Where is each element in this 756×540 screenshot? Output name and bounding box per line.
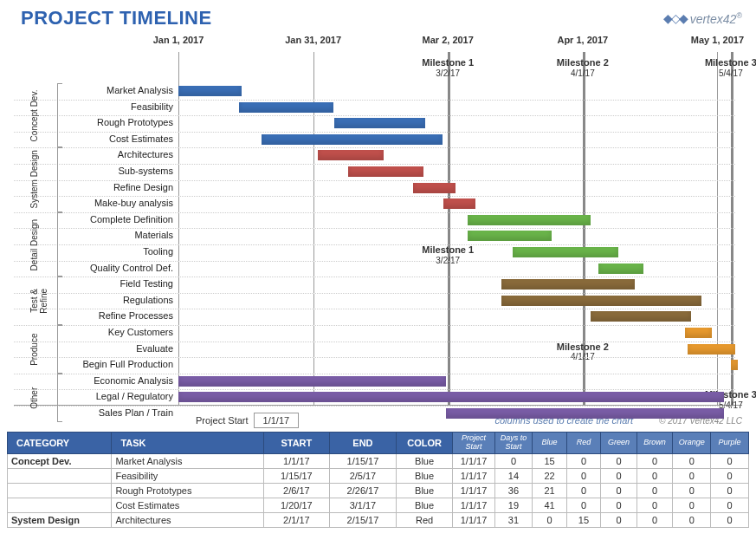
table-cell[interactable]: 0 bbox=[566, 453, 600, 468]
task-label: Evaluate bbox=[136, 342, 177, 358]
table-cell[interactable]: 0 bbox=[673, 498, 711, 512]
th-brown: Brown bbox=[636, 433, 673, 454]
table-cell[interactable] bbox=[8, 498, 112, 512]
table-cell[interactable]: 1/1/17 bbox=[453, 512, 494, 527]
task-label: Begin Full Production bbox=[82, 357, 177, 374]
group-brace-icon bbox=[57, 277, 62, 325]
table-cell[interactable]: 0 bbox=[636, 498, 673, 512]
task-data-table: CATEGORY TASK START END COLOR Project St… bbox=[7, 432, 749, 528]
table-cell[interactable]: 15 bbox=[533, 453, 566, 468]
th-color: COLOR bbox=[396, 433, 453, 454]
table-cell[interactable]: Concept Dev. bbox=[8, 453, 112, 468]
table-cell[interactable]: 0 bbox=[601, 483, 637, 498]
table-cell[interactable]: 0 bbox=[566, 498, 600, 512]
table-cell[interactable]: Blue bbox=[396, 498, 453, 512]
table-cell[interactable]: 22 bbox=[533, 468, 566, 483]
table-cell[interactable]: Red bbox=[396, 512, 453, 527]
task-group: System Design bbox=[28, 147, 62, 211]
vertex42-logo: ◆◇◆ vertex42® bbox=[663, 11, 742, 26]
table-cell[interactable]: 36 bbox=[494, 483, 533, 498]
task-label: Refine Design bbox=[113, 180, 177, 197]
table-cell[interactable]: 1/1/17 bbox=[453, 498, 494, 512]
table-cell[interactable]: 1/1/17 bbox=[263, 453, 330, 468]
table-cell[interactable]: 0 bbox=[673, 483, 711, 498]
gantt-row bbox=[14, 228, 735, 244]
group-label: System Design bbox=[28, 147, 54, 211]
table-cell[interactable]: Blue bbox=[396, 453, 453, 468]
table-cell[interactable]: 2/26/17 bbox=[330, 483, 397, 498]
table-cell[interactable]: 0 bbox=[601, 453, 637, 468]
table-row: Feasibility1/15/172/5/17Blue1/1/17142200… bbox=[8, 468, 749, 483]
table-cell[interactable] bbox=[8, 468, 112, 483]
group-label: Concept Dev. bbox=[28, 83, 54, 147]
x-axis-tick: Jan 1, 2017 bbox=[153, 35, 204, 45]
table-cell[interactable]: 0 bbox=[533, 512, 566, 527]
task-label: Sub-systems bbox=[118, 164, 177, 180]
table-cell[interactable]: 0 bbox=[566, 468, 600, 483]
table-cell[interactable]: 15 bbox=[566, 512, 600, 527]
table-cell[interactable]: 2/1/17 bbox=[263, 512, 330, 527]
task-label: Quality Control Def. bbox=[90, 261, 177, 277]
table-cell[interactable]: 0 bbox=[711, 498, 749, 512]
table-cell[interactable]: 0 bbox=[711, 512, 749, 527]
table-cell[interactable]: 1/1/17 bbox=[453, 483, 494, 498]
table-cell[interactable]: 41 bbox=[533, 498, 566, 512]
table-row: Concept Dev.Market Analysis1/1/171/15/17… bbox=[8, 453, 749, 468]
task-label: Complete Definition bbox=[90, 212, 177, 229]
table-cell[interactable]: Market Analysis bbox=[112, 453, 263, 468]
table-cell[interactable]: 0 bbox=[601, 512, 637, 527]
page-title: PROJECT TIMELINE bbox=[21, 7, 212, 29]
table-cell[interactable]: 2/6/17 bbox=[263, 483, 330, 498]
table-cell[interactable]: 0 bbox=[566, 483, 600, 498]
table-cell[interactable]: 1/20/17 bbox=[263, 498, 330, 512]
group-label: Produce bbox=[28, 325, 54, 374]
table-cell[interactable]: Feasibility bbox=[112, 468, 263, 483]
table-cell[interactable]: 1/1/17 bbox=[453, 453, 494, 468]
th-start: START bbox=[263, 433, 330, 454]
table-cell[interactable]: 0 bbox=[636, 468, 673, 483]
table-cell[interactable]: System Design bbox=[8, 512, 112, 527]
table-cell[interactable]: 1/1/17 bbox=[453, 468, 494, 483]
group-brace-icon bbox=[57, 212, 62, 277]
table-cell[interactable]: Blue bbox=[396, 483, 453, 498]
table-cell[interactable] bbox=[8, 483, 112, 498]
table-cell[interactable]: 31 bbox=[494, 512, 533, 527]
task-label: Feasibility bbox=[131, 100, 177, 116]
table-cell[interactable]: 19 bbox=[494, 498, 533, 512]
table-cell[interactable]: 14 bbox=[494, 468, 533, 483]
table-cell[interactable]: 0 bbox=[673, 512, 711, 527]
th-red: Red bbox=[566, 433, 600, 454]
table-cell[interactable]: Rough Prototypes bbox=[112, 483, 263, 498]
table-row: System DesignArchitectures2/1/172/15/17R… bbox=[8, 512, 749, 527]
task-group: Concept Dev. bbox=[28, 83, 62, 147]
table-cell[interactable]: 0 bbox=[673, 468, 711, 483]
th-purple: Purple bbox=[711, 433, 749, 454]
table-cell[interactable]: 3/1/17 bbox=[330, 498, 397, 512]
x-axis-tick: Mar 2, 2017 bbox=[423, 35, 474, 45]
table-cell[interactable]: 0 bbox=[636, 512, 673, 527]
group-brace-icon bbox=[57, 325, 62, 374]
table-cell[interactable]: 2/5/17 bbox=[330, 468, 397, 483]
gantt-row bbox=[14, 244, 735, 261]
logo-glyph-icon: ◆◇◆ bbox=[663, 11, 687, 25]
table-cell[interactable]: 0 bbox=[711, 483, 749, 498]
table-cell[interactable]: Cost Estimates bbox=[112, 498, 263, 512]
table-cell[interactable]: 21 bbox=[533, 483, 566, 498]
table-cell[interactable]: 0 bbox=[601, 468, 637, 483]
table-cell[interactable]: 0 bbox=[601, 498, 637, 512]
table-cell[interactable]: 1/15/17 bbox=[263, 468, 330, 483]
table-cell[interactable]: 0 bbox=[711, 453, 749, 468]
table-cell[interactable]: 0 bbox=[636, 453, 673, 468]
table-cell[interactable]: 2/15/17 bbox=[330, 512, 397, 527]
table-cell[interactable]: Architectures bbox=[112, 512, 263, 527]
table-cell[interactable]: 0 bbox=[711, 468, 749, 483]
gantt-chart: Jan 1, 2017Jan 31, 2017Mar 2, 2017Apr 1,… bbox=[14, 33, 742, 406]
task-label: Economic Analysis bbox=[94, 374, 177, 390]
table-cell[interactable]: 0 bbox=[494, 453, 533, 468]
table-cell[interactable]: 0 bbox=[636, 483, 673, 498]
table-cell[interactable]: 0 bbox=[673, 453, 711, 468]
th-blue: Blue bbox=[533, 433, 566, 454]
task-group: Produce bbox=[28, 325, 62, 374]
table-cell[interactable]: Blue bbox=[396, 468, 453, 483]
table-cell[interactable]: 1/15/17 bbox=[330, 453, 397, 468]
